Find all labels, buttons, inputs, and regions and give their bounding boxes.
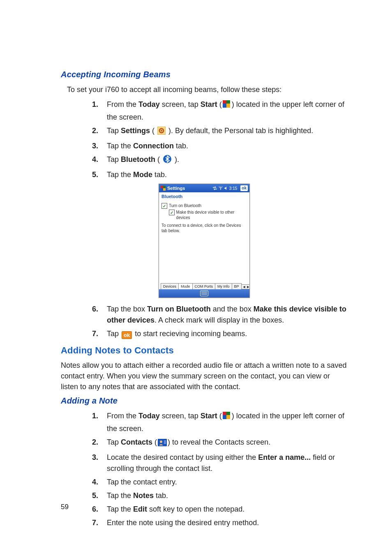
embedded-screenshot: Settings 3:15 ok Bluetooth ✓ Turn on Blu… bbox=[159, 184, 249, 298]
intro-paragraph: To set your i760 to accept all incoming … bbox=[67, 84, 347, 95]
text: Tap bbox=[107, 330, 121, 338]
checkbox-checked-icon[interactable]: ✓ bbox=[161, 203, 167, 209]
s3-step-2: 2. Tap Contacts () to reveal the Contact… bbox=[94, 437, 347, 450]
svg-rect-14 bbox=[223, 415, 226, 419]
text: Locate the desired contact by using eith… bbox=[107, 453, 258, 461]
text: soft key to open the notepad. bbox=[147, 505, 244, 513]
checkbox-label: Turn on Bluetooth bbox=[169, 203, 201, 208]
step-number: 6. bbox=[92, 504, 98, 515]
settings-gear-icon bbox=[157, 127, 166, 138]
svg-rect-11 bbox=[163, 188, 166, 191]
screenshot-body: ✓ Turn on Bluetooth ✓ Make this device v… bbox=[159, 203, 249, 233]
tab-com-ports[interactable]: COM Ports bbox=[192, 283, 216, 289]
step-number: 6. bbox=[92, 304, 98, 315]
s3-step-1: 1. From the Today screen, tap Start () l… bbox=[94, 411, 347, 434]
bold: Start bbox=[201, 412, 217, 420]
checkbox-label: Make this device visible to other device… bbox=[176, 210, 247, 220]
s3-step-5: 5. Tap the Notes tab. bbox=[94, 490, 347, 501]
tab-bp[interactable]: BP bbox=[232, 283, 242, 289]
svg-rect-10 bbox=[161, 188, 163, 191]
steps-list-1b: 6. Tap the box Turn on Bluetooth and the… bbox=[94, 304, 347, 339]
start-flag-icon bbox=[223, 412, 231, 423]
text: ) to reveal the Contacts screen. bbox=[168, 438, 270, 446]
checkbox-row-1[interactable]: ✓ Turn on Bluetooth bbox=[161, 203, 247, 209]
bold: Contacts bbox=[121, 438, 152, 446]
chevron-left-icon[interactable]: ◄ bbox=[242, 285, 246, 289]
step-number: 4. bbox=[92, 477, 98, 488]
page-number: 59 bbox=[61, 503, 69, 511]
svg-rect-15 bbox=[226, 415, 230, 419]
screenshot-section-label: Bluetooth bbox=[159, 192, 249, 203]
step-number: 2. bbox=[92, 437, 98, 448]
steps-list-1: 1. From the Today screen, tap Start () l… bbox=[94, 99, 347, 180]
tab-my-info[interactable]: My Info bbox=[215, 283, 232, 289]
ok-button[interactable]: ok bbox=[240, 185, 248, 191]
step-4: 4. Tap Bluetooth ( ). bbox=[94, 154, 347, 167]
step-number: 2. bbox=[92, 125, 98, 136]
device-screenshot: Settings 3:15 ok Bluetooth ✓ Turn on Blu… bbox=[159, 184, 250, 298]
step-number: 1. bbox=[92, 411, 98, 422]
heading-accepting-incoming-beams: Accepting Incoming Beams bbox=[61, 70, 347, 79]
text: tab. bbox=[154, 491, 168, 500]
keyboard-icon[interactable] bbox=[200, 291, 208, 296]
step-1: 1. From the Today screen, tap Start () l… bbox=[94, 99, 347, 123]
bold: Today bbox=[138, 412, 160, 420]
screenshot-titlebar: Settings 3:15 ok bbox=[159, 184, 249, 192]
contacts-icon bbox=[158, 438, 167, 450]
step-number: 1. bbox=[92, 99, 98, 110]
bold: Notes bbox=[133, 491, 154, 500]
text: tab. bbox=[152, 171, 167, 179]
checkbox-checked-icon[interactable]: ✓ bbox=[169, 210, 175, 215]
step-5: 5. Tap the Mode tab. bbox=[94, 169, 347, 180]
text: From the bbox=[107, 100, 138, 108]
s3-step-3: 3. Locate the desired contact by using e… bbox=[94, 452, 347, 474]
bold: Bluetooth bbox=[121, 155, 155, 164]
start-flag-icon bbox=[223, 100, 231, 112]
step-7: 7. Tap ok to start recieving incoming be… bbox=[94, 328, 347, 339]
heading-adding-a-note: Adding a Note bbox=[61, 396, 347, 406]
text: screen, tap bbox=[160, 412, 201, 420]
checkbox-row-2[interactable]: ✓ Make this device visible to other devi… bbox=[169, 210, 247, 220]
step-number: 5. bbox=[92, 490, 98, 501]
screenshot-bottombar bbox=[159, 289, 249, 298]
svg-rect-9 bbox=[163, 186, 166, 188]
text: ( bbox=[217, 412, 222, 420]
svg-rect-3 bbox=[226, 104, 230, 108]
text: Enter the note using the desired entry m… bbox=[107, 519, 259, 527]
text: ( bbox=[152, 438, 157, 446]
step-number: 7. bbox=[92, 517, 98, 528]
steps-list-2: 1. From the Today screen, tap Start () l… bbox=[94, 411, 347, 528]
step-6: 6. Tap the box Turn on Bluetooth and the… bbox=[94, 304, 347, 326]
text: From the bbox=[107, 412, 138, 420]
text: tab. bbox=[174, 142, 188, 150]
document-page: Accepting Incoming Beams To set your i76… bbox=[0, 0, 392, 542]
bold: Connection bbox=[133, 142, 174, 150]
screenshot-app-title: Settings bbox=[167, 186, 185, 191]
text: ). By default, the Personal tab is highl… bbox=[166, 127, 313, 135]
heading-adding-notes-to-contacts: Adding Notes to Contacts bbox=[61, 345, 347, 356]
s3-step-7: 7. Enter the note using the desired entr… bbox=[94, 517, 347, 528]
svg-point-17 bbox=[160, 441, 162, 443]
tab-devices[interactable]: Devices bbox=[161, 283, 179, 289]
tab-scroll-arrows[interactable]: ◄► bbox=[241, 284, 250, 289]
bold: Enter a name... bbox=[258, 453, 311, 461]
section2-paragraph: Notes allow you to attach either a recor… bbox=[61, 360, 347, 392]
bold: Today bbox=[138, 100, 160, 108]
text: to start recieving incoming beams. bbox=[133, 330, 247, 338]
bold: Mode bbox=[133, 171, 152, 179]
bold: Turn on Bluetooth bbox=[147, 305, 211, 313]
bold: Settings bbox=[121, 127, 150, 135]
text: Tap the bbox=[107, 142, 133, 150]
text: ( bbox=[150, 127, 157, 135]
text: Tap the bbox=[107, 505, 133, 513]
chevron-right-icon[interactable]: ► bbox=[247, 285, 250, 289]
text: ( bbox=[155, 155, 162, 164]
text: Tap the bbox=[107, 171, 133, 179]
text: Tap the box bbox=[107, 305, 147, 313]
bluetooth-icon bbox=[163, 155, 172, 167]
tab-mode[interactable]: Mode bbox=[178, 283, 193, 289]
screenshot-hint-text: To connect to a device, click on the Dev… bbox=[161, 223, 247, 233]
bold: Edit bbox=[133, 505, 147, 513]
text: Tap bbox=[107, 127, 121, 135]
step-2: 2. Tap Settings ( ). By default, the Per… bbox=[94, 125, 347, 138]
